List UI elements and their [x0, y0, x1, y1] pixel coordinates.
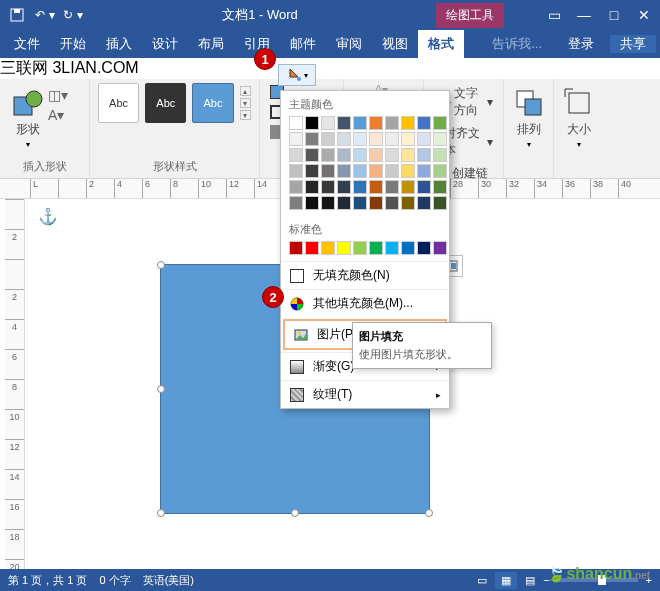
shapes-button[interactable]: 形状 ▾	[8, 83, 48, 153]
color-swatch[interactable]	[337, 132, 351, 146]
gallery-more-button[interactable]: ▴▾▾	[240, 86, 251, 120]
shape-fill-dropdown-trigger[interactable]: ▾	[278, 64, 316, 86]
color-swatch[interactable]	[305, 180, 319, 194]
color-swatch[interactable]	[305, 241, 319, 255]
color-swatch[interactable]	[337, 148, 351, 162]
color-swatch[interactable]	[337, 164, 351, 178]
color-swatch[interactable]	[385, 196, 399, 210]
color-swatch[interactable]	[353, 148, 367, 162]
resize-handle-br[interactable]	[425, 509, 433, 517]
color-swatch[interactable]	[369, 132, 383, 146]
color-swatch[interactable]	[321, 180, 335, 194]
color-swatch[interactable]	[401, 148, 415, 162]
tab-insert[interactable]: 插入	[96, 30, 142, 58]
color-swatch[interactable]	[417, 196, 431, 210]
vertical-ruler[interactable]: 2246810121416182022	[5, 199, 25, 591]
color-swatch[interactable]	[369, 241, 383, 255]
color-swatch[interactable]	[353, 116, 367, 130]
close-icon[interactable]: ✕	[634, 5, 654, 25]
color-swatch[interactable]	[433, 116, 447, 130]
color-swatch[interactable]	[433, 148, 447, 162]
color-swatch[interactable]	[289, 148, 303, 162]
color-swatch[interactable]	[337, 241, 351, 255]
text-box-icon[interactable]: A▾	[48, 107, 68, 123]
color-swatch[interactable]	[337, 180, 351, 194]
color-swatch[interactable]	[305, 116, 319, 130]
ribbon-options-icon[interactable]: ▭	[544, 5, 564, 25]
word-count[interactable]: 0 个字	[99, 573, 130, 588]
resize-handle-bl[interactable]	[157, 509, 165, 517]
color-swatch[interactable]	[369, 116, 383, 130]
color-swatch[interactable]	[401, 164, 415, 178]
page-indicator[interactable]: 第 1 页，共 1 页	[8, 573, 87, 588]
color-swatch[interactable]	[289, 180, 303, 194]
color-swatch[interactable]	[289, 132, 303, 146]
color-swatch[interactable]	[305, 132, 319, 146]
color-swatch[interactable]	[305, 164, 319, 178]
color-swatch[interactable]	[433, 132, 447, 146]
color-swatch[interactable]	[433, 241, 447, 255]
language-indicator[interactable]: 英语(美国)	[143, 573, 194, 588]
color-swatch[interactable]	[417, 148, 431, 162]
color-swatch[interactable]	[337, 196, 351, 210]
color-swatch[interactable]	[289, 164, 303, 178]
color-swatch[interactable]	[417, 180, 431, 194]
print-layout-icon[interactable]: ▦	[495, 572, 517, 589]
web-layout-icon[interactable]: ▤	[525, 574, 535, 587]
tab-format[interactable]: 格式	[418, 30, 464, 58]
arrange-button[interactable]: 排列 ▾	[512, 83, 545, 153]
maximize-icon[interactable]: □	[604, 5, 624, 25]
color-swatch[interactable]	[433, 196, 447, 210]
size-button[interactable]: 大小 ▾	[562, 83, 596, 153]
color-swatch[interactable]	[321, 196, 335, 210]
color-swatch[interactable]	[401, 180, 415, 194]
style-preset-2[interactable]: Abc	[145, 83, 186, 123]
color-swatch[interactable]	[305, 196, 319, 210]
resize-handle-bm[interactable]	[291, 509, 299, 517]
color-swatch[interactable]	[385, 116, 399, 130]
color-swatch[interactable]	[369, 164, 383, 178]
resize-handle-ml[interactable]	[157, 385, 165, 393]
no-fill-item[interactable]: 无填充颜色(N)	[281, 261, 449, 289]
minimize-icon[interactable]: ―	[574, 5, 594, 25]
color-swatch[interactable]	[417, 164, 431, 178]
color-swatch[interactable]	[401, 241, 415, 255]
read-mode-icon[interactable]: ▭	[477, 574, 487, 587]
color-swatch[interactable]	[305, 148, 319, 162]
color-swatch[interactable]	[385, 132, 399, 146]
color-swatch[interactable]	[401, 132, 415, 146]
color-swatch[interactable]	[321, 164, 335, 178]
color-swatch[interactable]	[353, 196, 367, 210]
texture-fill-item[interactable]: 纹理(T) ▸	[281, 380, 449, 408]
color-swatch[interactable]	[321, 132, 335, 146]
color-swatch[interactable]	[433, 164, 447, 178]
color-swatch[interactable]	[321, 116, 335, 130]
color-swatch[interactable]	[353, 132, 367, 146]
color-swatch[interactable]	[401, 196, 415, 210]
tab-view[interactable]: 视图	[372, 30, 418, 58]
tell-me[interactable]: 告诉我...	[482, 35, 552, 53]
color-swatch[interactable]	[401, 116, 415, 130]
share-button[interactable]: 共享	[610, 35, 656, 53]
more-colors-item[interactable]: 其他填充颜色(M)...	[281, 289, 449, 317]
color-swatch[interactable]	[417, 132, 431, 146]
color-swatch[interactable]	[369, 196, 383, 210]
sign-in[interactable]: 登录	[558, 35, 604, 53]
standard-color-grid[interactable]	[289, 241, 441, 255]
tab-design[interactable]: 设计	[142, 30, 188, 58]
color-swatch[interactable]	[289, 196, 303, 210]
style-preset-3[interactable]: Abc	[192, 83, 233, 123]
color-swatch[interactable]	[289, 116, 303, 130]
tab-layout[interactable]: 布局	[188, 30, 234, 58]
color-swatch[interactable]	[385, 241, 399, 255]
color-swatch[interactable]	[417, 116, 431, 130]
edit-shape-icon[interactable]: ◫▾	[48, 87, 68, 103]
color-swatch[interactable]	[353, 180, 367, 194]
color-swatch[interactable]	[321, 241, 335, 255]
tab-file[interactable]: 文件	[4, 30, 50, 58]
tab-review[interactable]: 审阅	[326, 30, 372, 58]
color-swatch[interactable]	[369, 148, 383, 162]
style-preset-1[interactable]: Abc	[98, 83, 139, 123]
color-swatch[interactable]	[353, 241, 367, 255]
color-swatch[interactable]	[369, 180, 383, 194]
